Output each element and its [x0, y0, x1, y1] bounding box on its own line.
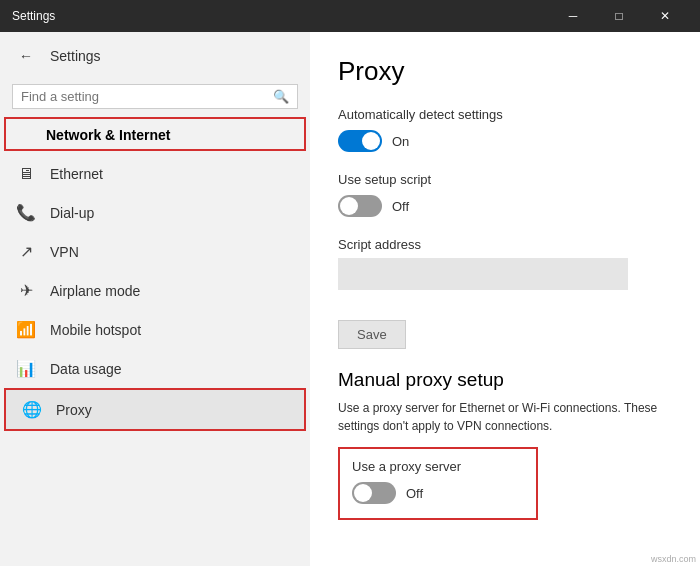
proxy-icon: 🌐 [22, 400, 42, 419]
proxy-server-thumb [354, 484, 372, 502]
title-bar-controls: ─ □ ✕ [550, 0, 688, 32]
hotspot-icon: 📶 [16, 320, 36, 339]
sidebar-item-proxy[interactable]: 🌐 Proxy [4, 388, 306, 431]
sidebar-item-hotspot[interactable]: 📶 Mobile hotspot [0, 310, 310, 349]
sidebar-item-label: Airplane mode [50, 283, 140, 299]
search-box: 🔍 [12, 84, 298, 109]
sidebar-item-dialup[interactable]: 📞 Dial-up [0, 193, 310, 232]
save-button[interactable]: Save [338, 320, 406, 349]
airplane-icon: ✈ [16, 281, 36, 300]
search-input[interactable] [21, 89, 267, 104]
sidebar-item-ethernet[interactable]: 🖥 Ethernet [0, 155, 310, 193]
sidebar-item-label: Mobile hotspot [50, 322, 141, 338]
ethernet-icon: 🖥 [16, 165, 36, 183]
sidebar-item-vpn[interactable]: ↗ VPN [0, 232, 310, 271]
sidebar-header: ← Settings [0, 32, 310, 80]
auto-detect-thumb [362, 132, 380, 150]
manual-section-desc: Use a proxy server for Ethernet or Wi-Fi… [338, 399, 672, 435]
sidebar-item-label: Ethernet [50, 166, 103, 182]
back-button[interactable]: ← [12, 42, 40, 70]
watermark: wsxdn.com [651, 554, 696, 564]
auto-detect-state: On [392, 134, 409, 149]
maximize-button[interactable]: □ [596, 0, 642, 32]
setup-script-state: Off [392, 199, 409, 214]
script-address-group: Script address [338, 237, 672, 300]
sidebar-title: Settings [50, 48, 101, 64]
auto-detect-toggle-row: On [338, 130, 672, 152]
title-bar-text: Settings [12, 9, 550, 23]
sidebar-item-label: Dial-up [50, 205, 94, 221]
setup-script-group: Use setup script Off [338, 172, 672, 217]
minimize-button[interactable]: ─ [550, 0, 596, 32]
dialup-icon: 📞 [16, 203, 36, 222]
auto-detect-toggle[interactable] [338, 130, 382, 152]
setup-script-thumb [340, 197, 358, 215]
title-bar: Settings ─ □ ✕ [0, 0, 700, 32]
proxy-server-toggle-row: Off [352, 482, 524, 504]
setup-script-toggle-row: Off [338, 195, 672, 217]
setup-script-label: Use setup script [338, 172, 672, 187]
app-body: ← Settings 🔍 Network & Internet 🖥 Ethern… [0, 32, 700, 566]
sidebar-item-airplane[interactable]: ✈ Airplane mode [0, 271, 310, 310]
auto-detect-group: Automatically detect settings On [338, 107, 672, 152]
proxy-server-state: Off [406, 486, 423, 501]
close-button[interactable]: ✕ [642, 0, 688, 32]
sidebar-item-datausage[interactable]: 📊 Data usage [0, 349, 310, 388]
network-internet-section[interactable]: Network & Internet [4, 117, 306, 151]
manual-section-title: Manual proxy setup [338, 369, 672, 391]
setup-script-toggle[interactable] [338, 195, 382, 217]
sidebar-item-label: VPN [50, 244, 79, 260]
datausage-icon: 📊 [16, 359, 36, 378]
proxy-server-label: Use a proxy server [352, 459, 524, 474]
search-icon: 🔍 [273, 89, 289, 104]
proxy-server-box: Use a proxy server Off [338, 447, 538, 520]
page-title: Proxy [338, 56, 672, 87]
vpn-icon: ↗ [16, 242, 36, 261]
sidebar-item-label: Data usage [50, 361, 122, 377]
content-area: Proxy Automatically detect settings On U… [310, 32, 700, 566]
script-address-input[interactable] [338, 258, 628, 290]
auto-detect-label: Automatically detect settings [338, 107, 672, 122]
proxy-server-toggle[interactable] [352, 482, 396, 504]
script-address-label: Script address [338, 237, 672, 252]
sidebar: ← Settings 🔍 Network & Internet 🖥 Ethern… [0, 32, 310, 566]
sidebar-item-label: Proxy [56, 402, 92, 418]
